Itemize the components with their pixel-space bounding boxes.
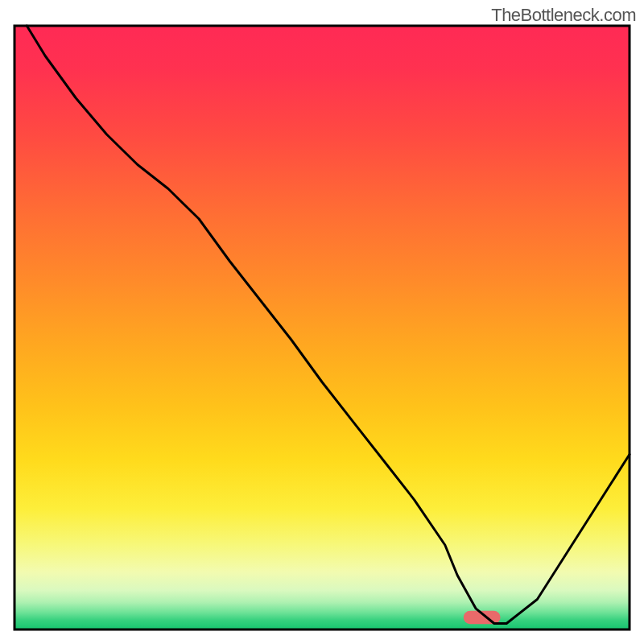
gradient-background — [14, 26, 630, 630]
watermark-text: TheBottleneck.com — [491, 5, 636, 26]
chart-svg — [0, 0, 644, 644]
bottleneck-chart: TheBottleneck.com — [0, 0, 644, 644]
